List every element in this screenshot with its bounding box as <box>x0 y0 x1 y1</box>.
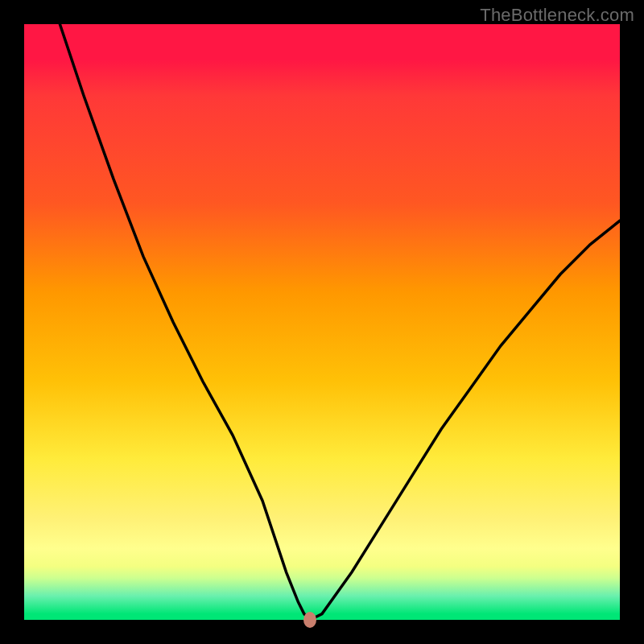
chart-frame: TheBottleneck.com <box>0 0 644 644</box>
optimal-point-marker <box>303 612 316 628</box>
watermark-text: TheBottleneck.com <box>480 5 634 26</box>
bottleneck-curve <box>24 24 620 620</box>
